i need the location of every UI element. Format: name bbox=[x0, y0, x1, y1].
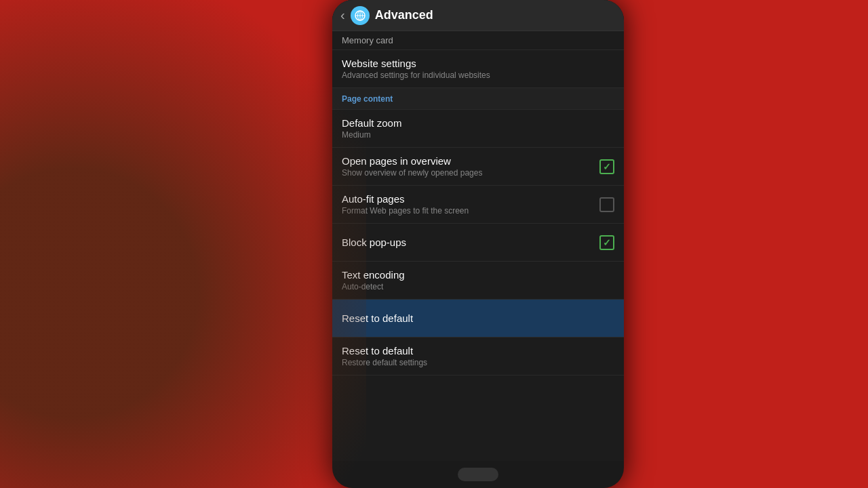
block-popups-title: Block pop-ups bbox=[342, 237, 594, 248]
reset-default-text: Reset to default Restore default setting… bbox=[342, 345, 614, 367]
open-pages-checkbox[interactable] bbox=[599, 159, 614, 174]
reset-default-title: Reset to default bbox=[342, 345, 614, 357]
text-encoding-subtitle: Auto-detect bbox=[342, 282, 614, 291]
browser-icon bbox=[351, 6, 370, 25]
block-popups-text: Block pop-ups bbox=[342, 237, 594, 248]
text-encoding-title: Text encoding bbox=[342, 269, 614, 281]
website-settings-item[interactable]: Website settings Advanced settings for i… bbox=[332, 50, 624, 88]
website-settings-title: Website settings bbox=[342, 58, 614, 69]
auto-fit-text: Auto-fit pages Format Web pages to fit t… bbox=[342, 193, 594, 216]
settings-list: Website settings Advanced settings for i… bbox=[332, 50, 624, 375]
default-zoom-item[interactable]: Default zoom Medium bbox=[332, 110, 624, 148]
default-zoom-subtitle: Medium bbox=[342, 130, 614, 140]
back-arrow[interactable]: ‹ bbox=[340, 7, 345, 23]
text-encoding-text: Text encoding Auto-detect bbox=[342, 269, 614, 291]
header-bar: ‹ Advanced bbox=[332, 0, 624, 31]
phone-screen: ‹ Advanced Memory card bbox=[332, 0, 624, 461]
auto-fit-title: Auto-fit pages bbox=[342, 193, 594, 205]
default-zoom-text: Default zoom Medium bbox=[342, 117, 614, 140]
block-popups-item[interactable]: Block pop-ups bbox=[332, 224, 624, 262]
home-button[interactable] bbox=[458, 468, 498, 481]
open-pages-text: Open pages in overview Show overview of … bbox=[342, 155, 594, 178]
page-content-label: Page content bbox=[342, 94, 393, 104]
reset-default-subtitle: Restore default settings bbox=[342, 358, 614, 367]
text-encoding-item[interactable]: Text encoding Auto-detect bbox=[332, 262, 624, 300]
reset-default-highlighted-text: Reset to default bbox=[342, 312, 614, 324]
memory-card-label: Memory card bbox=[332, 31, 624, 50]
phone-device: ‹ Advanced Memory card bbox=[332, 0, 624, 488]
default-zoom-title: Default zoom bbox=[342, 117, 614, 129]
header-title: Advanced bbox=[375, 8, 433, 22]
reset-default-highlighted-title: Reset to default bbox=[342, 312, 614, 324]
open-pages-overview-item[interactable]: Open pages in overview Show overview of … bbox=[332, 148, 624, 186]
auto-fit-pages-item[interactable]: Auto-fit pages Format Web pages to fit t… bbox=[332, 186, 624, 224]
reset-default-item[interactable]: Reset to default Restore default setting… bbox=[332, 338, 624, 375]
auto-fit-subtitle: Format Web pages to fit the screen bbox=[342, 206, 594, 216]
scene: ‹ Advanced Memory card bbox=[0, 0, 868, 488]
open-pages-title: Open pages in overview bbox=[342, 155, 594, 167]
reset-default-highlighted-item[interactable]: Reset to default bbox=[332, 300, 624, 338]
page-content-header: Page content bbox=[332, 88, 624, 110]
auto-fit-checkbox[interactable] bbox=[599, 197, 614, 212]
open-pages-subtitle: Show overview of newly opened pages bbox=[342, 168, 594, 178]
block-popups-checkbox[interactable] bbox=[599, 235, 614, 250]
website-settings-text: Website settings Advanced settings for i… bbox=[342, 58, 614, 80]
website-settings-subtitle: Advanced settings for individual website… bbox=[342, 70, 614, 80]
